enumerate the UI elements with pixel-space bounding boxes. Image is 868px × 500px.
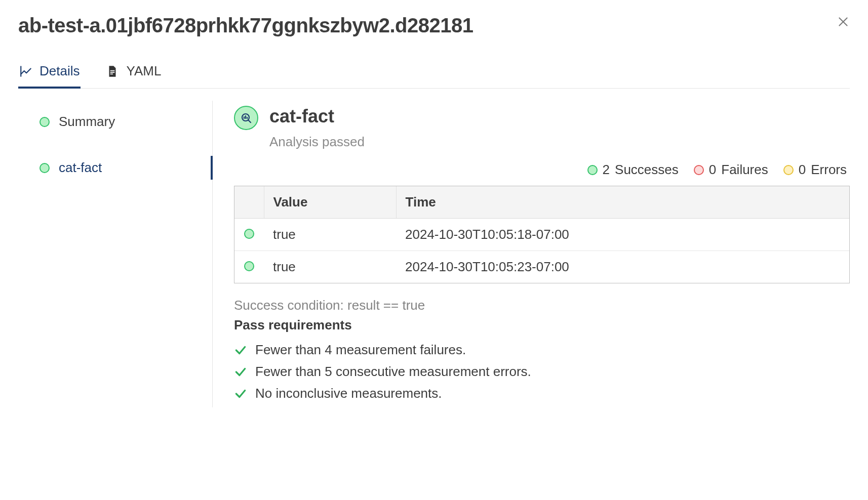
status-dot-success-icon [244, 261, 254, 271]
requirement-item: No inconclusive measurements. [234, 386, 850, 401]
tab-label: YAML [126, 63, 161, 79]
check-icon [234, 365, 247, 379]
sidebar-item-label: Summary [59, 114, 115, 130]
requirement-text: Fewer than 5 consecutive measurement err… [255, 364, 531, 380]
stat-count: 0 [799, 162, 806, 178]
row-value: true [264, 251, 396, 283]
stat-count: 0 [709, 162, 716, 178]
table-header-time: Time [396, 186, 849, 219]
table-row: true2024-10-30T10:05:23-07:00 [234, 251, 849, 283]
chart-line-icon [19, 65, 32, 78]
stat-label: Errors [811, 162, 847, 178]
main-content: cat-fact Analysis passed 2 Successes 0 F… [213, 101, 850, 407]
status-dot-error-icon [783, 165, 794, 175]
status-dot-success-icon [40, 163, 50, 173]
requirement-text: No inconclusive measurements. [255, 386, 442, 401]
stat-errors: 0 Errors [783, 162, 847, 178]
measurements-table: Value Time true2024-10-30T10:05:18-07:00… [234, 186, 850, 283]
status-dot-success-icon [587, 165, 598, 175]
check-icon [234, 387, 247, 400]
table-row: true2024-10-30T10:05:18-07:00 [234, 219, 849, 251]
tabs: Details YAML [18, 58, 850, 89]
analysis-title: cat-fact [269, 106, 365, 127]
svg-rect-2 [110, 70, 115, 71]
stat-successes: 2 Successes [587, 162, 679, 178]
stats-bar: 2 Successes 0 Failures 0 Errors [234, 162, 850, 178]
svg-rect-3 [110, 72, 115, 73]
close-button[interactable] [837, 15, 850, 30]
status-dot-failure-icon [694, 165, 704, 175]
requirement-item: Fewer than 5 consecutive measurement err… [234, 364, 850, 380]
close-icon [837, 15, 850, 28]
stat-count: 2 [603, 162, 610, 178]
analysis-subtitle: Analysis passed [269, 134, 365, 150]
requirements-title: Pass requirements [234, 317, 850, 333]
stat-failures: 0 Failures [694, 162, 768, 178]
analysis-chart-icon [240, 112, 252, 124]
requirements-list: Fewer than 4 measurement failures.Fewer … [234, 342, 850, 401]
sidebar-item-label: cat-fact [59, 160, 102, 176]
stat-label: Failures [721, 162, 768, 178]
file-icon [106, 65, 119, 78]
success-condition: Success condition: result == true [234, 298, 850, 313]
stat-label: Successes [615, 162, 679, 178]
success-condition-expr: result == true [347, 298, 425, 313]
table-header-status [234, 186, 264, 219]
row-status-cell [234, 219, 264, 251]
requirement-text: Fewer than 4 measurement failures. [255, 342, 466, 358]
row-status-cell [234, 251, 264, 283]
row-time: 2024-10-30T10:05:18-07:00 [396, 219, 849, 251]
check-icon [234, 344, 247, 357]
tab-details[interactable]: Details [18, 58, 81, 88]
row-time: 2024-10-30T10:05:23-07:00 [396, 251, 849, 283]
table-header-value: Value [264, 186, 396, 219]
row-value: true [264, 219, 396, 251]
analysis-status-icon [234, 106, 258, 130]
status-dot-success-icon [40, 117, 50, 127]
sidebar-item-summary[interactable]: Summary [18, 107, 212, 137]
page-title: ab-test-a.01jbf6728prhkk77ggnkszbyw2.d28… [18, 14, 850, 37]
svg-rect-4 [110, 73, 113, 74]
tab-yaml[interactable]: YAML [105, 58, 162, 88]
success-condition-label: Success condition: [234, 298, 344, 313]
requirement-item: Fewer than 4 measurement failures. [234, 342, 850, 358]
svg-line-6 [249, 120, 251, 123]
tab-label: Details [40, 63, 80, 79]
sidebar-item-cat-fact[interactable]: cat-fact [18, 153, 212, 183]
sidebar: Summary cat-fact [18, 101, 213, 407]
status-dot-success-icon [244, 229, 254, 239]
